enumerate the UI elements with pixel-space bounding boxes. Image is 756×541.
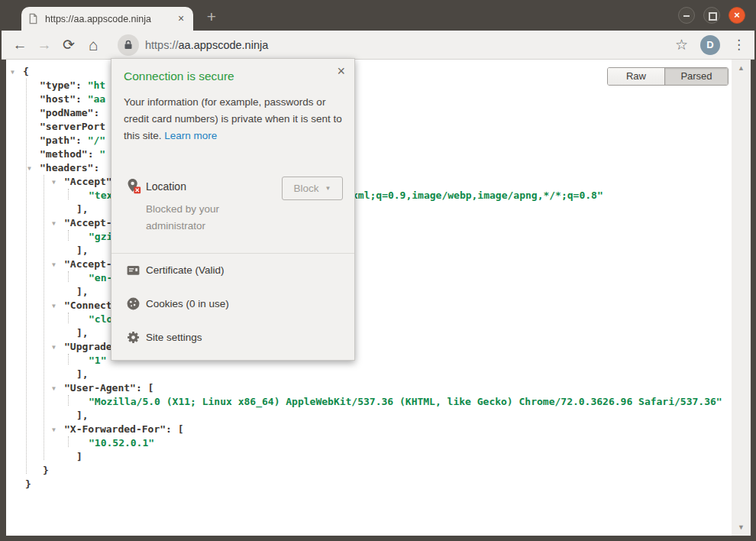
location-status: Blocked by your administrator [146,201,268,235]
bookmark-star-icon[interactable]: ☆ [675,36,688,53]
lock-icon [124,40,133,50]
certificate-icon [126,263,141,280]
maximize-button[interactable] [703,7,720,24]
json-line-text: "en- [89,271,112,285]
profile-avatar[interactable]: D [700,35,720,55]
tab-close-icon[interactable]: × [175,13,187,25]
collapse-triangle-icon[interactable]: ▼ [11,66,15,79]
json-line-text: "clo [89,313,112,326]
collapse-triangle-icon[interactable]: ▼ [52,300,56,313]
json-line: ▼"X-Forwarded-For": [ [6,423,732,436]
json-line-text: } [43,464,49,478]
json-line-text: ], [76,368,89,381]
json-line: } [6,478,732,491]
new-tab-button[interactable]: + [200,6,223,29]
learn-more-link[interactable]: Learn more [164,130,217,141]
json-line: } [6,464,732,478]
json-line-text: "X-Forwarded-For": [ [64,423,184,436]
address-bar[interactable]: https://aa.appscode.ninja [145,39,268,51]
json-line-text: ], [76,326,89,340]
url-scheme: https:// [145,39,179,51]
scroll-up-icon[interactable]: ▲ [732,64,751,72]
json-line: "Mozilla/5.0 (X11; Linux x86_64) AppleWe… [6,395,732,409]
json-line-text: "Upgrade [64,340,112,354]
json-line-text: "path": "/" [40,134,105,147]
certificate-row[interactable]: Certificate (Valid) [111,261,354,282]
json-line-text: "host": "aa [40,92,105,106]
popup-close-icon[interactable]: × [337,63,345,79]
home-button[interactable]: ⌂ [81,36,105,54]
scrollbar[interactable]: ▲ ▼ [732,60,751,536]
json-line-text: "headers": [40,161,105,175]
json-line-text: "Mozilla/5.0 (X11; Linux x86_64) AppleWe… [89,395,722,409]
scroll-down-icon[interactable]: ▼ [732,523,751,531]
popup-title: Connection is secure [124,70,234,83]
cookie-icon [126,296,141,314]
minimize-button[interactable] [678,7,695,24]
json-line: ], [6,409,732,423]
json-line-text: "User-Agent": [ [64,381,153,395]
back-button[interactable]: ← [8,37,32,53]
url-host: aa.appscode.ninja [179,39,269,51]
json-line-text: "type": "ht [40,79,105,92]
json-line-text: "serverPort [40,120,105,134]
json-line: ▼"User-Agent": [ [6,381,732,395]
chevron-down-icon: ▼ [325,185,331,192]
collapse-triangle-icon[interactable]: ▼ [52,423,56,437]
json-line: ] [6,450,732,464]
json-line-text: "gzi [89,230,112,244]
json-line-text: "1" [89,354,106,368]
tab-title: https://aa.appscode.ninja [45,14,175,24]
site-settings-label: Site settings [146,332,202,343]
popup-divider [111,253,354,254]
view-mode-switch: Raw Parsed [607,67,729,86]
json-line-text: ], [76,244,89,258]
cookies-label: Cookies (0 in use) [146,298,229,309]
browser-tab[interactable]: https://aa.appscode.ninja × [21,7,193,31]
browser-window: https://aa.appscode.ninja × + × ← → ⟳ ⌂ … [0,0,756,541]
page-favicon-icon [27,13,39,24]
titlebar: https://aa.appscode.ninja × + × [0,0,756,31]
json-line-tail-text: xml;q=0.9,image/webp,image/apng,*/*;q=0.… [352,189,603,202]
location-permission-dropdown[interactable]: Block ▼ [282,177,343,200]
json-line-text: ] [76,450,82,464]
reload-button[interactable]: ⟳ [57,36,81,53]
json-line-text: "10.52.0.1" [89,436,154,450]
json-line-text: "method": " [40,147,105,161]
site-info-lock-button[interactable] [118,34,139,56]
json-line-text: ], [76,409,89,423]
cookies-row[interactable]: Cookies (0 in use) [111,294,354,316]
json-line-text: } [25,478,31,491]
json-line-text: "Accept- [64,216,112,230]
json-line-text: "tex [89,189,112,202]
json-line-text: "Accept" [64,175,112,189]
collapse-triangle-icon[interactable]: ▼ [52,217,56,231]
site-info-popup: × Connection is secure Your information … [111,58,355,361]
certificate-label: Certificate (Valid) [146,264,225,276]
json-line: ], [6,368,732,381]
json-line-text: ], [76,202,89,216]
json-line: "10.52.0.1" [6,436,732,450]
window-controls: × [678,7,745,24]
json-line-text: "Accept- [64,258,112,271]
raw-button[interactable]: Raw [608,68,665,85]
parsed-button[interactable]: Parsed [665,68,728,85]
collapse-triangle-icon[interactable]: ▼ [52,258,56,272]
json-line-text: { [23,65,29,79]
site-settings-row[interactable]: Site settings [111,328,354,349]
json-line-text: "podName": [40,106,105,120]
window-close-button[interactable]: × [729,7,745,24]
collapse-triangle-icon[interactable]: ▼ [27,162,31,176]
popup-body-text: Your information (for example, passwords… [124,94,344,144]
browser-menu-icon[interactable]: ⋮ [732,37,745,53]
gear-icon [126,330,141,348]
location-blocked-icon [125,178,141,198]
collapse-triangle-icon[interactable]: ▼ [52,382,56,396]
collapse-triangle-icon[interactable]: ▼ [52,341,56,355]
forward-button[interactable]: → [32,37,57,53]
collapse-triangle-icon[interactable]: ▼ [52,176,56,190]
location-label: Location [146,180,186,193]
json-line-text: "Connect [64,299,112,313]
browser-toolbar: ← → ⟳ ⌂ https://aa.appscode.ninja ☆ D ⋮ [2,31,754,60]
json-line-text: ], [76,285,89,299]
